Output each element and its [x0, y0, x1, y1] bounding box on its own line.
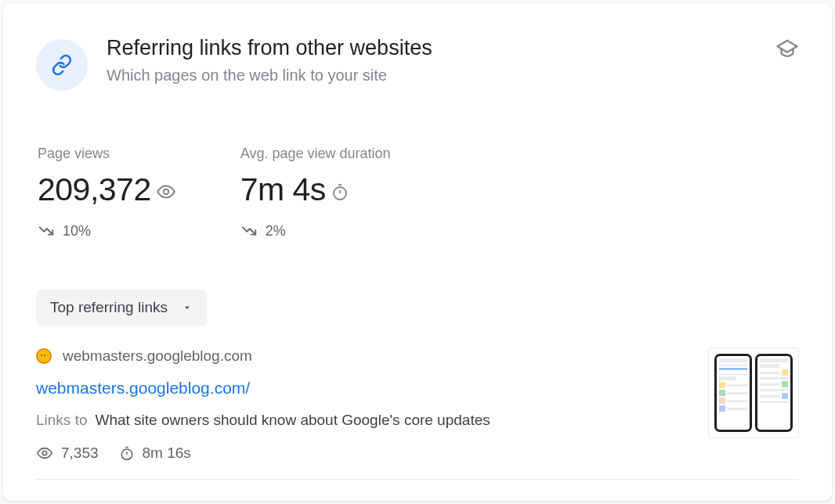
card-title: Referring links from other websites — [107, 34, 432, 62]
referrer-url-link[interactable]: webmasters.googleblog.com/ — [36, 379, 799, 398]
metric-label: Page views — [38, 146, 176, 162]
education-icon[interactable] — [775, 38, 799, 64]
eye-icon — [36, 445, 53, 462]
links-to-row: Links to What site owners should know ab… — [36, 412, 799, 429]
trend-indicator: 10% — [38, 222, 176, 239]
referrer-domain: webmasters.googleblog.com — [63, 347, 252, 365]
chevron-down-icon — [182, 302, 193, 313]
top-referring-links-dropdown[interactable]: Top referring links — [36, 290, 207, 326]
trend-down-icon — [240, 222, 258, 239]
stopwatch-icon — [119, 445, 135, 461]
header-text: Referring links from other websites Whic… — [107, 34, 432, 85]
metric-value: 209,372 — [38, 171, 176, 208]
favicon-icon — [36, 348, 52, 364]
metric-avg-duration: Avg. page view duration 7m 4s 2% — [240, 146, 391, 239]
referrer-stats: 7,353 8m 16s — [36, 445, 799, 480]
links-to-label: Links to — [36, 412, 87, 429]
metric-page-views: Page views 209,372 10% — [38, 146, 176, 239]
referrer-item: webmasters.googleblog.com webmasters.goo… — [36, 347, 799, 480]
card-subtitle: Which pages on the web link to your site — [107, 67, 432, 85]
dropdown-label: Top referring links — [50, 299, 168, 316]
eye-icon — [156, 182, 176, 202]
referring-links-card: Referring links from other websites Whic… — [3, 3, 832, 501]
link-icon — [36, 39, 88, 91]
svg-point-0 — [163, 189, 168, 194]
metric-label: Avg. page view duration — [240, 146, 391, 162]
page-thumbnail — [708, 347, 799, 438]
card-header: Referring links from other websites Whic… — [36, 34, 799, 91]
links-to-title: What site owners should know about Googl… — [95, 412, 490, 429]
stopwatch-icon — [331, 182, 349, 201]
svg-point-2 — [42, 451, 47, 455]
stat-views: 7,353 — [36, 445, 99, 462]
metric-value: 7m 4s — [240, 171, 391, 208]
trend-down-icon — [38, 222, 55, 239]
referrer-domain-row: webmasters.googleblog.com — [36, 347, 799, 365]
trend-indicator: 2% — [240, 222, 391, 239]
stat-duration: 8m 16s — [119, 445, 191, 462]
metrics-row: Page views 209,372 10% Avg. page view du… — [38, 146, 799, 239]
